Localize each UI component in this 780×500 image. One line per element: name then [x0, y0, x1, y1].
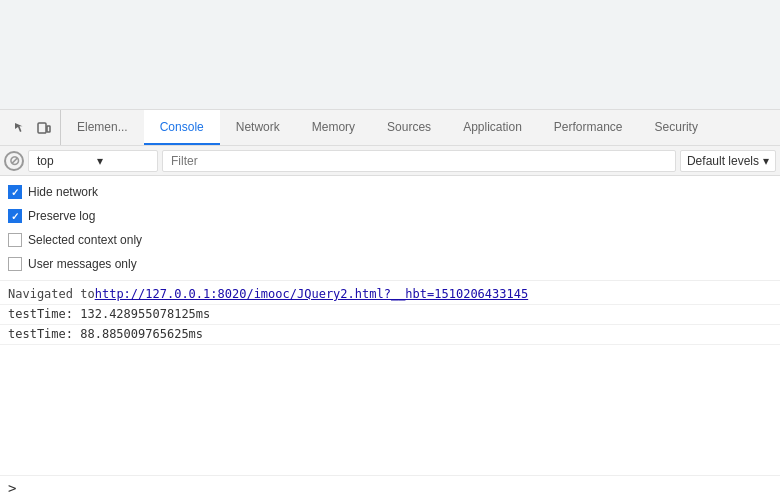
inspect-icon[interactable]	[10, 118, 30, 138]
selected-context-label: Selected context only	[28, 233, 142, 247]
tab-icon-group	[4, 110, 61, 145]
hide-network-checkbox[interactable]	[8, 185, 22, 199]
test2-text: testTime: 88.885009765625ms	[8, 327, 203, 341]
clear-console-button[interactable]: ⊘	[4, 151, 24, 171]
console-test1-line: testTime: 132.428955078125ms	[0, 305, 780, 325]
console-toolbar: ⊘ top ▾ Default levels ▾	[0, 146, 780, 176]
console-output: Navigated to http://127.0.0.1:8020/imooc…	[0, 281, 780, 475]
console-options: Hide network Preserve log Selected conte…	[0, 176, 780, 281]
context-value: top	[37, 154, 93, 168]
tabs-list: Elemen... Console Network Memory Sources…	[61, 110, 776, 145]
browser-chrome	[0, 0, 780, 110]
selected-context-checkbox[interactable]	[8, 233, 22, 247]
preserve-log-label: Preserve log	[28, 209, 95, 223]
device-icon[interactable]	[34, 118, 54, 138]
option-row-user-messages: User messages only	[8, 252, 772, 276]
svg-rect-1	[47, 126, 50, 132]
tab-memory[interactable]: Memory	[296, 110, 371, 145]
preserve-log-checkbox[interactable]	[8, 209, 22, 223]
default-levels-button[interactable]: Default levels ▾	[680, 150, 776, 172]
hide-network-label: Hide network	[28, 185, 98, 199]
svg-rect-0	[38, 123, 46, 133]
console-prompt[interactable]: >	[0, 475, 780, 500]
tab-bar: Elemen... Console Network Memory Sources…	[0, 110, 780, 146]
default-levels-arrow: ▾	[763, 154, 769, 168]
default-levels-label: Default levels	[687, 154, 759, 168]
option-row-hide-network: Hide network	[8, 180, 772, 204]
tab-application[interactable]: Application	[447, 110, 538, 145]
test1-text: testTime: 132.428955078125ms	[8, 307, 210, 321]
console-input[interactable]	[22, 481, 772, 495]
prompt-arrow: >	[8, 480, 16, 496]
tab-sources[interactable]: Sources	[371, 110, 447, 145]
user-messages-checkbox[interactable]	[8, 257, 22, 271]
tab-performance[interactable]: Performance	[538, 110, 639, 145]
context-selector[interactable]: top ▾	[28, 150, 158, 172]
user-messages-label: User messages only	[28, 257, 137, 271]
tab-console[interactable]: Console	[144, 110, 220, 145]
console-test2-line: testTime: 88.885009765625ms	[0, 325, 780, 345]
navigate-link[interactable]: http://127.0.0.1:8020/imooc/JQuery2.html…	[95, 287, 528, 301]
tab-security[interactable]: Security	[639, 110, 714, 145]
devtools-panel: Elemen... Console Network Memory Sources…	[0, 110, 780, 500]
option-row-preserve-log: Preserve log	[8, 204, 772, 228]
context-dropdown-arrow: ▾	[97, 154, 153, 168]
navigate-prefix: Navigated to	[8, 287, 95, 301]
option-row-selected-context: Selected context only	[8, 228, 772, 252]
filter-input[interactable]	[162, 150, 676, 172]
tab-network[interactable]: Network	[220, 110, 296, 145]
console-navigate-line: Navigated to http://127.0.0.1:8020/imooc…	[0, 285, 780, 305]
tab-elements[interactable]: Elemen...	[61, 110, 144, 145]
